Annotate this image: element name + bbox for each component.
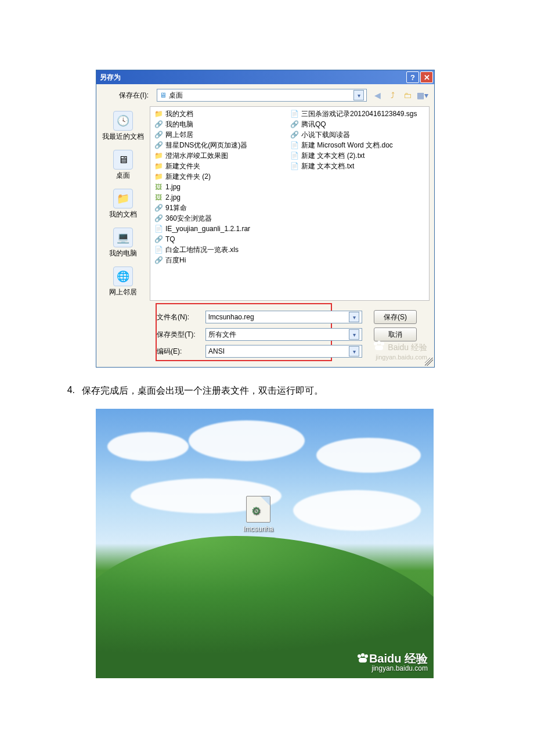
file-item[interactable]: 🔗360安全浏览器 — [154, 214, 290, 223]
title-bar: 另存为 ? ✕ — [96, 70, 434, 84]
folder-icon: 📁 — [154, 110, 163, 118]
filename-input[interactable]: lmcsunhao.reg ▾ — [205, 311, 362, 323]
place-network[interactable]: 🌐 网上邻居 — [99, 264, 147, 300]
step-number: 4. — [61, 385, 75, 397]
file-item[interactable]: 📄新建 文本文档.txt — [290, 161, 425, 171]
chevron-down-icon[interactable]: ▾ — [349, 312, 359, 322]
file-item[interactable]: 🔗网上邻居 — [154, 130, 290, 139]
reg-file-icon[interactable]: ⚙ lmcsunha — [239, 496, 278, 533]
filetype-value: 所有文件 — [208, 330, 236, 340]
chevron-down-icon[interactable]: ▾ — [353, 90, 364, 100]
save-in-row: 保存在(I): 🖥 桌面 ▾ ◀ ⤴ 🗀 ▦▾ — [96, 84, 434, 106]
encoding-value: ANSI — [208, 347, 225, 355]
chevron-down-icon[interactable]: ▾ — [349, 329, 359, 340]
exe-icon: 🔗 — [154, 131, 163, 139]
save-as-dialog: 另存为 ? ✕ 保存在(I): 🖥 桌面 ▾ ◀ ⤴ 🗀 ▦▾ 🕓 我最近 — [96, 70, 435, 368]
file-name: 新建 文本文档.txt — [301, 161, 354, 171]
doc-icon: 📄 — [154, 225, 163, 233]
cancel-button[interactable]: 取消 — [374, 327, 417, 341]
file-name: 360安全浏览器 — [165, 214, 212, 224]
desktop-icon: 🖥 — [113, 150, 133, 170]
place-label: 我最近的文档 — [102, 132, 144, 142]
folder-icon: 📁 — [154, 172, 163, 181]
file-item[interactable]: 🔗我的电脑 — [154, 120, 290, 129]
gears-icon: ⚙ — [251, 505, 261, 517]
file-name: 1.jpg — [165, 183, 181, 191]
file-name: 澄湖水岸竣工效果图 — [165, 151, 228, 161]
place-recent[interactable]: 🕓 我最近的文档 — [99, 109, 147, 144]
resize-grip-icon[interactable] — [425, 358, 433, 366]
file-name: IE_youjian_guanli_1.2.1.rar — [165, 225, 250, 233]
exe-icon: 🔗 — [154, 235, 163, 243]
file-name: 新建文件夹 (2) — [165, 172, 211, 182]
file-item[interactable]: 📄三国杀游戏记录20120416123849.sgs — [290, 109, 425, 118]
file-item[interactable]: 🔗腾讯QQ — [290, 120, 425, 129]
folder-icon: 📁 — [154, 162, 163, 170]
file-item[interactable]: 🔗百度Hi — [154, 255, 290, 265]
place-desktop[interactable]: 🖥 桌面 — [99, 147, 147, 183]
file-item[interactable]: 📄新建 文本文档 (2).txt — [290, 151, 425, 160]
file-name: 2.jpg — [165, 193, 181, 201]
file-name: 91算命 — [165, 203, 187, 213]
watermark: Baidu 经验 jingyan.baidu.com — [358, 652, 428, 672]
step-text: 保存完成后，桌面会出现一个注册表文件，双击运行即可。 — [82, 385, 323, 397]
exe-icon: 🔗 — [154, 120, 163, 128]
nav-toolbar: ◀ ⤴ 🗀 ▦▾ — [371, 89, 428, 101]
filename-value: lmcsunhao.reg — [208, 313, 254, 321]
exe-icon: 🔗 — [290, 120, 299, 128]
file-item[interactable]: 📄白金工地情况一览表.xls — [154, 245, 290, 254]
file-item[interactable]: 🔗TQ — [154, 235, 290, 244]
place-label: 桌面 — [116, 171, 130, 181]
documents-icon: 📁 — [113, 189, 133, 208]
file-item[interactable]: 📁我的文档 — [154, 109, 290, 118]
desktop-icon: 🖥 — [160, 91, 167, 99]
chevron-down-icon[interactable]: ▾ — [349, 346, 359, 357]
file-item[interactable]: 📁新建文件夹 (2) — [154, 172, 290, 181]
file-list[interactable]: 📁我的文档🔗我的电脑🔗网上邻居🔗彗星DNS优化(网页加速)器📁澄湖水岸竣工效果图… — [150, 106, 430, 301]
file-item[interactable]: 📄IE_youjian_guanli_1.2.1.rar — [154, 224, 290, 233]
filetype-select[interactable]: 所有文件 ▾ — [205, 328, 362, 341]
file-name: 新建 Microsoft Word 文档.doc — [301, 141, 393, 150]
file-item[interactable]: 🖼1.jpg — [154, 182, 290, 192]
exe-icon: 🔗 — [154, 141, 163, 149]
new-folder-icon[interactable]: 🗀 — [402, 89, 413, 101]
place-label: 我的电脑 — [109, 249, 137, 258]
file-name: 三国杀游戏记录20120416123849.sgs — [301, 109, 417, 119]
help-button[interactable]: ? — [406, 71, 419, 83]
filename-label: 文件名(N): — [157, 312, 201, 322]
reg-file-label: lmcsunha — [243, 525, 273, 533]
file-item[interactable]: 📁澄湖水岸竣工效果图 — [154, 151, 290, 160]
encoding-select[interactable]: ANSI ▾ — [205, 345, 362, 358]
exe-icon: 🔗 — [154, 256, 163, 264]
back-icon[interactable]: ◀ — [371, 89, 383, 101]
exe-icon: 🔗 — [290, 131, 299, 139]
file-item[interactable]: 📄新建 Microsoft Word 文档.doc — [290, 141, 425, 150]
close-button[interactable]: ✕ — [420, 71, 433, 83]
file-name: 新建文件夹 — [165, 161, 200, 171]
doc-icon: 📄 — [290, 110, 299, 118]
save-in-label: 保存在(I): — [102, 91, 152, 100]
dialog-bottom: 文件名(N): lmcsunhao.reg ▾ 保存(S) 保存类型(T): 所… — [96, 305, 434, 367]
file-item[interactable]: 📁新建文件夹 — [154, 161, 290, 171]
desktop-screenshot: ⚙ lmcsunha Baidu 经验 jingyan.baidu.com — [96, 409, 434, 678]
up-icon[interactable]: ⤴ — [387, 89, 398, 101]
file-item[interactable]: 🔗彗星DNS优化(网页加速)器 — [154, 141, 290, 150]
save-button[interactable]: 保存(S) — [374, 310, 417, 324]
file-name: 我的电脑 — [165, 120, 193, 129]
place-computer[interactable]: 💻 我的电脑 — [99, 225, 147, 261]
file-item[interactable]: 🔗91算命 — [154, 203, 290, 213]
folder-icon: 📁 — [154, 152, 163, 160]
txt-icon: 📄 — [290, 162, 299, 170]
txt-icon: 📄 — [290, 152, 299, 160]
paw-icon — [358, 654, 368, 663]
views-icon[interactable]: ▦▾ — [417, 89, 428, 101]
file-name: TQ — [165, 235, 175, 243]
file-item[interactable]: 🔗小说下载阅读器 — [290, 130, 425, 139]
recent-icon: 🕓 — [113, 111, 133, 131]
doc-icon: 📄 — [290, 141, 299, 149]
file-item[interactable]: 🖼2.jpg — [154, 193, 290, 202]
place-documents[interactable]: 📁 我的文档 — [99, 186, 147, 222]
save-in-select[interactable]: 🖥 桌面 ▾ — [157, 89, 367, 102]
network-icon: 🌐 — [113, 267, 133, 286]
file-name: 我的文档 — [165, 109, 193, 119]
